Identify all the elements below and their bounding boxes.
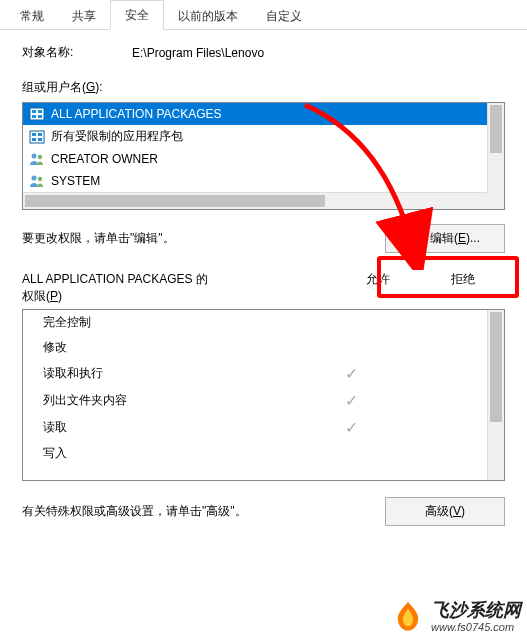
list-item-label: SYSTEM — [51, 174, 100, 188]
groups-horizontal-scrollbar[interactable] — [23, 192, 487, 209]
svg-rect-0 — [30, 108, 44, 120]
list-item-label: CREATOR OWNER — [51, 152, 158, 166]
users-icon — [29, 173, 45, 189]
permissions-title-line2: 权限(P) — [22, 288, 335, 305]
permission-name: 列出文件夹内容 — [43, 392, 309, 409]
permission-name: 修改 — [43, 339, 309, 356]
list-item-label: 所有受限制的应用程序包 — [51, 128, 183, 145]
permissions-vertical-scrollbar[interactable] — [487, 310, 504, 480]
permissions-header: ALL APPLICATION PACKAGES 的 权限(P) 允许 拒绝 — [22, 271, 505, 305]
tab-previous-versions[interactable]: 以前的版本 — [164, 2, 252, 30]
svg-point-13 — [38, 177, 42, 181]
permission-row: 完全控制 — [23, 310, 487, 335]
permission-name: 完全控制 — [43, 314, 309, 331]
permission-name: 写入 — [43, 445, 309, 462]
users-icon — [29, 151, 45, 167]
svg-rect-9 — [38, 138, 42, 141]
object-name-row: 对象名称: E:\Program Files\Lenovo — [22, 44, 505, 61]
svg-rect-7 — [38, 133, 42, 136]
permission-allow-mark: ✓ — [309, 364, 394, 383]
permission-row: 写入 — [23, 441, 487, 466]
permission-row: 列出文件夹内容✓ — [23, 387, 487, 414]
tab-general[interactable]: 常规 — [6, 2, 58, 30]
svg-rect-8 — [32, 138, 36, 141]
permission-row: 读取✓ — [23, 414, 487, 441]
groups-vertical-scrollbar[interactable] — [487, 103, 504, 192]
svg-rect-2 — [38, 110, 42, 113]
watermark-url: www.fs0745.com — [431, 621, 514, 634]
object-name-value: E:\Program Files\Lenovo — [132, 46, 505, 60]
edit-hint: 要更改权限，请单击"编辑"。 — [22, 230, 375, 247]
watermark: 飞沙系统网 www.fs0745.com — [391, 600, 521, 634]
column-deny: 拒绝 — [420, 271, 505, 305]
object-name-label: 对象名称: — [22, 44, 132, 61]
list-item[interactable]: ALL APPLICATION PACKAGES — [23, 103, 487, 125]
watermark-title: 飞沙系统网 — [431, 600, 521, 621]
permission-row: 读取和执行✓ — [23, 360, 487, 387]
tab-customize[interactable]: 自定义 — [252, 2, 316, 30]
svg-point-12 — [32, 176, 37, 181]
shield-icon — [410, 232, 424, 246]
list-item[interactable]: SYSTEM — [23, 170, 487, 192]
list-item[interactable]: CREATOR OWNER — [23, 148, 487, 170]
metro-group-icon — [29, 106, 45, 122]
tab-share[interactable]: 共享 — [58, 2, 110, 30]
svg-point-10 — [32, 154, 37, 159]
list-item-label: ALL APPLICATION PACKAGES — [51, 107, 222, 121]
permission-allow-mark: ✓ — [309, 391, 394, 410]
groups-label: 组或用户名(G): — [22, 79, 505, 96]
svg-rect-1 — [32, 110, 36, 113]
permission-row: 修改 — [23, 335, 487, 360]
groups-listbox[interactable]: ALL APPLICATION PACKAGES 所有受限制的应用程序包 CRE… — [22, 102, 505, 210]
svg-point-11 — [38, 155, 42, 159]
permissions-listbox[interactable]: 完全控制修改读取和执行✓列出文件夹内容✓读取✓写入 — [22, 309, 505, 481]
watermark-logo-icon — [391, 600, 425, 634]
list-item[interactable]: 所有受限制的应用程序包 — [23, 125, 487, 148]
permission-name: 读取 — [43, 419, 309, 436]
tab-security[interactable]: 安全 — [110, 0, 164, 30]
permissions-title-line1: ALL APPLICATION PACKAGES 的 — [22, 271, 335, 288]
advanced-hint: 有关特殊权限或高级设置，请单击"高级"。 — [22, 503, 375, 520]
svg-rect-6 — [32, 133, 36, 136]
edit-button[interactable]: 编辑(E)... — [385, 224, 505, 253]
svg-rect-3 — [32, 115, 36, 118]
svg-rect-4 — [38, 115, 42, 118]
permission-name: 读取和执行 — [43, 365, 309, 382]
security-panel: 对象名称: E:\Program Files\Lenovo 组或用户名(G): … — [0, 30, 527, 536]
metro-group-icon — [29, 129, 45, 145]
tabs-bar: 常规 共享 安全 以前的版本 自定义 — [0, 0, 527, 30]
advanced-button[interactable]: 高级(V) — [385, 497, 505, 526]
permission-allow-mark: ✓ — [309, 418, 394, 437]
svg-rect-5 — [30, 131, 44, 143]
column-allow: 允许 — [335, 271, 420, 305]
